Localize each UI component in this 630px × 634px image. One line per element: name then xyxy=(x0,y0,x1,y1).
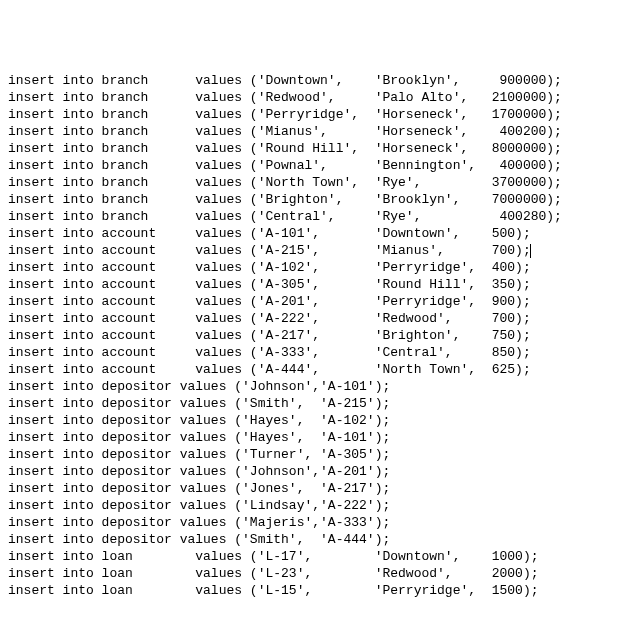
code-line[interactable]: insert into account values ('A-305', 'Ro… xyxy=(8,276,622,293)
code-line[interactable]: insert into loan values ('L-15', 'Perryr… xyxy=(8,582,622,599)
sql-code-editor[interactable]: insert into branch values ('Downtown', '… xyxy=(8,72,622,599)
code-line[interactable]: insert into branch values ('Central', 'R… xyxy=(8,208,622,225)
code-line[interactable]: insert into depositor values ('Turner', … xyxy=(8,446,622,463)
code-line[interactable]: insert into account values ('A-222', 'Re… xyxy=(8,310,622,327)
code-line[interactable]: insert into branch values ('Redwood', 'P… xyxy=(8,89,622,106)
code-line[interactable]: insert into account values ('A-201', 'Pe… xyxy=(8,293,622,310)
code-line[interactable]: insert into branch values ('North Town',… xyxy=(8,174,622,191)
code-line[interactable]: insert into depositor values ('Johnson',… xyxy=(8,463,622,480)
code-line[interactable]: insert into depositor values ('Majeris',… xyxy=(8,514,622,531)
code-line[interactable]: insert into depositor values ('Hayes', '… xyxy=(8,429,622,446)
code-line[interactable]: insert into branch values ('Downtown', '… xyxy=(8,72,622,89)
code-line[interactable]: insert into account values ('A-217', 'Br… xyxy=(8,327,622,344)
code-line[interactable]: insert into account values ('A-101', 'Do… xyxy=(8,225,622,242)
code-line[interactable]: insert into branch values ('Pownal', 'Be… xyxy=(8,157,622,174)
code-line[interactable]: insert into account values ('A-102', 'Pe… xyxy=(8,259,622,276)
code-line[interactable]: insert into depositor values ('Hayes', '… xyxy=(8,412,622,429)
code-line[interactable]: insert into account values ('A-333', 'Ce… xyxy=(8,344,622,361)
code-line[interactable]: insert into depositor values ('Lindsay',… xyxy=(8,497,622,514)
code-line[interactable]: insert into depositor values ('Smith', '… xyxy=(8,531,622,548)
code-line[interactable]: insert into branch values ('Mianus', 'Ho… xyxy=(8,123,622,140)
code-line[interactable]: insert into branch values ('Perryridge',… xyxy=(8,106,622,123)
code-line[interactable]: insert into account values ('A-444', 'No… xyxy=(8,361,622,378)
code-line[interactable]: insert into depositor values ('Smith', '… xyxy=(8,395,622,412)
code-line[interactable]: insert into account values ('A-215', 'Mi… xyxy=(8,242,622,259)
code-line[interactable]: insert into branch values ('Round Hill',… xyxy=(8,140,622,157)
code-line[interactable]: insert into loan values ('L-17', 'Downto… xyxy=(8,548,622,565)
code-line[interactable]: insert into depositor values ('Jones', '… xyxy=(8,480,622,497)
text-caret xyxy=(530,244,531,258)
code-line[interactable]: insert into loan values ('L-23', 'Redwoo… xyxy=(8,565,622,582)
code-line[interactable]: insert into branch values ('Brighton', '… xyxy=(8,191,622,208)
code-line[interactable]: insert into depositor values ('Johnson',… xyxy=(8,378,622,395)
